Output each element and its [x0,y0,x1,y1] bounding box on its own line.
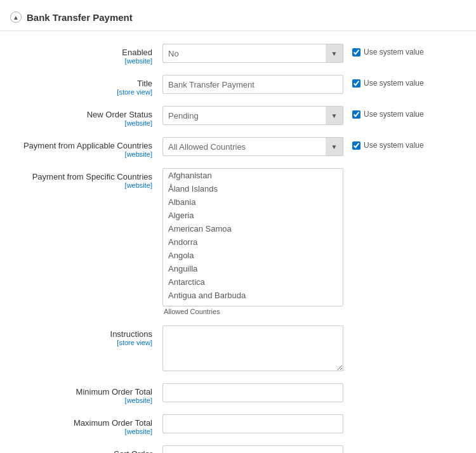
section-header: ▲ Bank Transfer Payment [0,6,476,31]
specific-countries-label: Payment from Specific Countries [10,172,152,181]
enabled-system-value-col: Use system value [343,44,424,56]
collapse-icon[interactable]: ▲ [10,11,22,23]
max-order-total-input-col [162,414,343,433]
new-order-status-label-col: New Order Status [website] [10,106,162,127]
applicable-countries-input-col: All Allowed Countries Specific Countries… [162,137,343,156]
enabled-input-col: No Yes ▼ [162,44,343,63]
instructions-label: Instructions [10,329,152,339]
instructions-label-col: Instructions [store view] [10,325,162,346]
new-order-status-system-value-checkbox[interactable] [352,110,360,119]
title-system-value-checkbox[interactable] [352,79,360,88]
applicable-countries-system-value-col: Use system value [343,137,424,150]
min-order-total-input[interactable] [162,383,343,402]
allowed-countries-note: Allowed Countries [162,308,343,315]
min-order-total-label-col: Minimum Order Total [website] [10,383,162,404]
title-label: Title [10,79,152,88]
new-order-status-row: New Order Status [website] Pending Proce… [0,101,476,132]
country-option-algeria[interactable]: Algeria [163,209,343,222]
country-option-antarctica[interactable]: Antarctica [163,275,343,289]
title-row: Title [store view] Use system value [0,70,476,101]
sort-order-label: Sort Order [10,449,152,453]
new-order-status-select-wrap: Pending Processing Complete ▼ [162,106,343,125]
min-order-total-scope: [website] [10,397,152,404]
max-order-total-label: Maximum Order Total [10,418,152,428]
sort-order-input[interactable] [162,445,343,453]
title-input[interactable] [162,75,343,94]
country-option-afghanistan[interactable]: Afghanistan [163,169,343,182]
title-system-value-label: Use system value [364,79,424,88]
enabled-select[interactable]: No Yes [162,44,343,63]
new-order-status-system-value-label: Use system value [364,110,424,119]
new-order-status-input-col: Pending Processing Complete ▼ [162,106,343,125]
title-label-col: Title [store view] [10,75,162,96]
enabled-row: Enabled [website] No Yes ▼ Use system va… [0,39,476,70]
country-option-aland[interactable]: Åland Islands [163,182,343,195]
instructions-scope: [store view] [10,339,152,346]
new-order-status-label: New Order Status [10,110,152,119]
instructions-row: Instructions [store view] [0,320,476,378]
applicable-countries-system-value-checkbox[interactable] [352,141,360,150]
title-scope: [store view] [10,88,152,96]
specific-countries-listbox[interactable]: Afghanistan Åland Islands Albania Algeri… [162,168,343,306]
enabled-system-value-checkbox[interactable] [352,48,360,56]
new-order-status-scope: [website] [10,119,152,127]
specific-countries-input-col: Afghanistan Åland Islands Albania Algeri… [162,168,343,315]
specific-countries-scope: [website] [10,181,152,189]
max-order-total-input[interactable] [162,414,343,433]
min-order-total-label: Minimum Order Total [10,387,152,397]
country-option-angola[interactable]: Angola [163,249,343,262]
applicable-countries-system-value-label: Use system value [364,141,424,150]
enabled-system-value-label: Use system value [364,48,424,56]
enabled-label-col: Enabled [website] [10,44,162,65]
sort-order-label-col: Sort Order [website] [10,445,162,453]
page-title: Bank Transfer Payment [27,12,133,23]
sort-order-input-col [162,445,343,453]
applicable-countries-row: Payment from Applicable Countries [websi… [0,132,476,163]
max-order-total-row: Maximum Order Total [website] [0,409,476,440]
country-option-albania[interactable]: Albania [163,195,343,209]
new-order-status-select[interactable]: Pending Processing Complete [162,106,343,125]
applicable-countries-scope: [website] [10,150,152,158]
instructions-textarea[interactable] [162,325,343,371]
new-order-status-system-value-col: Use system value [343,106,424,119]
enabled-select-wrap: No Yes ▼ [162,44,343,63]
specific-countries-label-col: Payment from Specific Countries [website… [10,168,162,189]
applicable-countries-label: Payment from Applicable Countries [10,141,152,150]
sort-order-row: Sort Order [website] [0,440,476,453]
applicable-countries-select[interactable]: All Allowed Countries Specific Countries [162,137,343,156]
form-section: Enabled [website] No Yes ▼ Use system va… [0,36,476,453]
applicable-countries-select-wrap: All Allowed Countries Specific Countries… [162,137,343,156]
enabled-label: Enabled [10,48,152,57]
country-option-antigua[interactable]: Antigua and Barbuda [163,289,343,302]
title-input-col [162,75,343,94]
min-order-total-row: Minimum Order Total [website] [0,378,476,409]
specific-countries-row: Payment from Specific Countries [website… [0,163,476,320]
max-order-total-label-col: Maximum Order Total [website] [10,414,162,435]
country-option-anguilla[interactable]: Anguilla [163,262,343,275]
title-system-value-col: Use system value [343,75,424,88]
min-order-total-input-col [162,383,343,402]
instructions-input-col [162,325,343,373]
country-option-american-samoa[interactable]: American Samoa [163,222,343,235]
country-option-andorra[interactable]: Andorra [163,235,343,249]
max-order-total-scope: [website] [10,428,152,435]
enabled-scope: [website] [10,57,152,65]
country-option-argentina[interactable]: Argentina [163,302,343,306]
applicable-countries-label-col: Payment from Applicable Countries [websi… [10,137,162,158]
